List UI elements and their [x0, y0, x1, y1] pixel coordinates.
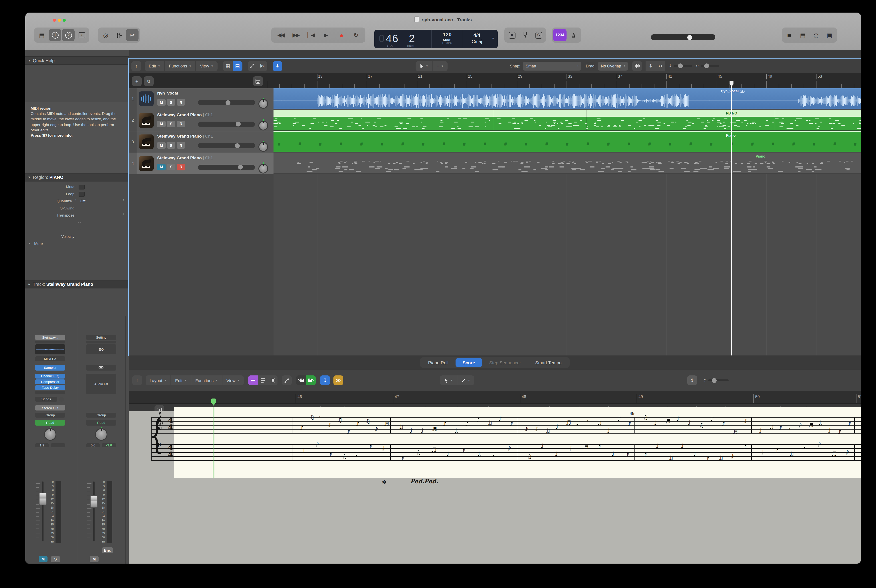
- page-view-button[interactable]: [268, 375, 278, 385]
- audio-fx-empty-slot[interactable]: [35, 391, 65, 394]
- audio-fx-slot[interactable]: Channel EQ: [35, 374, 65, 378]
- bass-note[interactable]: ♬: [583, 444, 588, 450]
- treble-note[interactable]: ♪: [347, 429, 350, 435]
- volume-fader-handle[interactable]: [39, 492, 47, 505]
- send-knob[interactable]: [59, 397, 64, 402]
- bass-note[interactable]: ♪: [492, 450, 496, 457]
- instrument-slot[interactable]: Sampler: [35, 365, 65, 370]
- treble-note[interactable]: ♭: [788, 426, 790, 431]
- pointer-tool[interactable]: ▼: [416, 61, 433, 71]
- volume-fader-track[interactable]: [93, 482, 94, 542]
- solo-button[interactable]: S: [167, 164, 175, 170]
- group-slot[interactable]: Group: [86, 413, 116, 418]
- solo-button[interactable]: S: [167, 99, 175, 106]
- transport-record-button[interactable]: ●: [334, 29, 348, 41]
- lcd-chevron-icon[interactable]: ▼: [491, 37, 494, 40]
- horizontal-zoom-slider[interactable]: ↔: [696, 64, 719, 68]
- solo-button[interactable]: S: [167, 120, 175, 127]
- pan-knob[interactable]: [44, 428, 56, 441]
- catch-playhead-button[interactable]: ↧: [320, 375, 330, 385]
- midi-fx-slot[interactable]: MIDI FX: [35, 356, 65, 361]
- bass-note[interactable]: ♫: [669, 454, 673, 461]
- channel-setting-button[interactable]: Setting: [86, 334, 116, 340]
- menu-edit[interactable]: Edit▼: [145, 61, 165, 71]
- treble-note[interactable]: ♬: [665, 418, 670, 425]
- toolbar-button-editors-scissors-icon[interactable]: ✂: [126, 29, 138, 41]
- vertical-zoom-button[interactable]: ↕: [687, 375, 697, 385]
- duplicate-track-button[interactable]: ⧉: [144, 76, 153, 86]
- toolbar-button-solo[interactable]: S: [532, 29, 545, 41]
- bar-ruler[interactable]: 1317212529333741454953: [129, 73, 861, 88]
- treble-note[interactable]: ♫: [487, 419, 492, 426]
- mute-checkbox[interactable]: [78, 184, 85, 189]
- region-rjyh_vocal[interactable]: rjyh_vocal: [273, 88, 861, 109]
- record-enable-button[interactable]: R: [177, 164, 185, 170]
- toolbar-button-master-mute[interactable]: ×: [506, 29, 518, 41]
- treble-note[interactable]: ♪: [710, 416, 714, 422]
- record-enable-button[interactable]: R: [177, 120, 185, 127]
- toolbar-button-mixer-icon[interactable]: [113, 29, 125, 41]
- bass-note[interactable]: ♩: [761, 449, 764, 456]
- transport-rewind-button[interactable]: ◀◀: [274, 29, 287, 41]
- bass-note[interactable]: ♪: [775, 448, 779, 454]
- horizontal-zoom-button[interactable]: ↔: [655, 61, 665, 71]
- bass-note[interactable]: ♫: [718, 454, 723, 461]
- pan-knob[interactable]: [95, 428, 107, 441]
- bass-note[interactable]: ♪: [541, 442, 545, 449]
- track-volume-slider[interactable]: [198, 143, 255, 148]
- mute-button[interactable]: M: [157, 142, 165, 148]
- treble-note[interactable]: ♪: [628, 421, 631, 428]
- waveform-zoom-button[interactable]: [633, 61, 642, 71]
- eq-thumbnail[interactable]: [35, 344, 65, 354]
- treble-note[interactable]: ♪: [576, 419, 580, 426]
- treble-note[interactable]: ♪: [654, 419, 658, 426]
- menu-functions[interactable]: Functions▼: [191, 375, 222, 385]
- transport-cycle-button[interactable]: ↻: [349, 29, 363, 41]
- bass-note[interactable]: ♫: [789, 450, 794, 457]
- bass-note[interactable]: ♫: [416, 449, 421, 456]
- bass-note[interactable]: ♪: [329, 452, 332, 458]
- bass-note[interactable]: ♪: [743, 444, 747, 450]
- automation-read-button[interactable]: Read: [35, 420, 65, 426]
- treble-note[interactable]: ♫: [398, 423, 404, 430]
- transport-fast-forward-button[interactable]: ▶▶: [289, 29, 302, 41]
- transport-go-to-beginning-button[interactable]: ▏◀: [304, 29, 317, 41]
- loop-checkbox[interactable]: [78, 192, 85, 196]
- mute-button[interactable]: M: [39, 556, 48, 562]
- track-header-rjyh_vocal[interactable]: 1rjyh_vocalMSR: [129, 88, 273, 110]
- toolbar-button-media-browser-icon[interactable]: ▣: [823, 29, 835, 41]
- metronome-button[interactable]: [567, 29, 580, 41]
- track-header-config-button[interactable]: [253, 76, 263, 86]
- toolbar-button-toolbar-toggle-icon[interactable]: ↓: [75, 29, 88, 41]
- treble-note[interactable]: ♫: [454, 428, 459, 434]
- hierarchy-up-button[interactable]: ↑: [132, 375, 142, 385]
- treble-note[interactable]: ♪: [443, 421, 447, 428]
- mute-button[interactable]: M: [157, 164, 165, 170]
- lcd-tempo-mode[interactable]: KEEP: [431, 38, 463, 41]
- bass-note[interactable]: ♪: [643, 452, 647, 458]
- bass-note[interactable]: ♪: [368, 444, 372, 450]
- menu-layout[interactable]: Layout▼: [146, 375, 171, 385]
- track-header-steinway-grand-piano[interactable]: 2Steinway Grand Piano | Ch1MSR: [129, 110, 273, 131]
- grid-view-button[interactable]: ▦: [223, 61, 233, 71]
- track-header-steinway-grand-piano[interactable]: 4Steinway Grand Piano | Ch1MSR: [129, 153, 273, 174]
- treble-note[interactable]: ♭: [319, 414, 320, 419]
- record-enable-button[interactable]: R: [177, 99, 185, 106]
- lcd-key-value[interactable]: Cmaj: [463, 39, 491, 44]
- track-inspector-header[interactable]: ▸ Track: Steinway Grand Piano: [25, 280, 129, 288]
- lcd-beat-value[interactable]: 2: [409, 32, 415, 45]
- list-view-button[interactable]: ▤: [233, 61, 242, 71]
- treble-note[interactable]: ♫: [597, 419, 602, 426]
- treble-note[interactable]: ♫: [365, 418, 370, 425]
- track-pan-knob[interactable]: [258, 120, 268, 130]
- treble-note[interactable]: ♪: [374, 426, 378, 433]
- automation-button[interactable]: [282, 375, 292, 385]
- treble-note[interactable]: ♪: [607, 428, 611, 434]
- bass-note[interactable]: ♩: [302, 448, 305, 454]
- record-enable-button[interactable]: R: [177, 142, 185, 148]
- bass-note[interactable]: ♪: [731, 453, 735, 460]
- tab-score[interactable]: Score: [455, 358, 482, 367]
- treble-note[interactable]: ♫: [818, 419, 823, 426]
- bounce-button[interactable]: Bnc: [102, 547, 113, 554]
- channel-setting-button[interactable]: Steinway...: [35, 334, 65, 340]
